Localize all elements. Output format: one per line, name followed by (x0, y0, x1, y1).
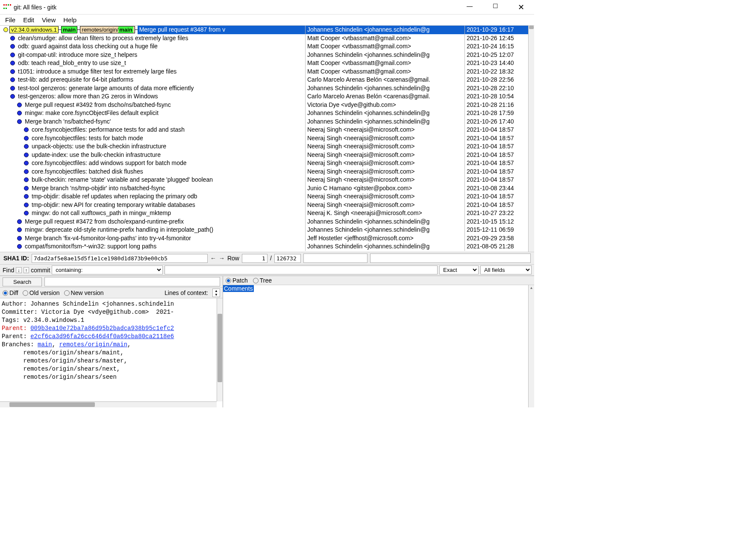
menu-edit[interactable]: Edit (23, 16, 34, 24)
find-up-icon[interactable]: ↑ (24, 267, 29, 273)
row-current-input[interactable] (242, 254, 268, 263)
commit-row[interactable]: unpack-objects: use the bulk-checkin inf… (0, 142, 528, 151)
titlebar: git: All files - gitk — ☐ ✕ (0, 0, 534, 15)
lower-panes: Search Diff Old version New version Line… (0, 276, 534, 407)
detail-pane: Search Diff Old version New version Line… (0, 276, 223, 407)
commit-row[interactable]: Merge branch 'ns/batched-fsync'Johannes … (0, 118, 528, 126)
loc-label: Lines of context: (165, 289, 208, 296)
detail-scrollbar-h[interactable] (0, 401, 217, 407)
commit-row[interactable]: mingw: make core.fsyncObjectFiles defaul… (0, 109, 528, 118)
detail-scrollbar-v[interactable] (217, 298, 223, 401)
commit-detail[interactable]: Author: Johannes Schindelin <johannes.sc… (0, 298, 223, 407)
search-button[interactable]: Search (3, 277, 42, 286)
menu-help[interactable]: Help (63, 16, 76, 24)
commit-row[interactable]: test-genzeros: allow more than 2G zeros … (0, 92, 528, 101)
commit-row[interactable]: update-index: use the bulk-checkin infra… (0, 151, 528, 159)
find-fields-select[interactable]: All fields (480, 265, 532, 274)
search-input[interactable] (44, 277, 220, 286)
find-down-icon[interactable]: ↓ (16, 267, 22, 273)
commit-row[interactable]: git-compat-util: introduce more size_t h… (0, 51, 528, 59)
parent1-link[interactable]: 009b3ea10e72ba7a86d95b2badca938b95c1efc2 (30, 325, 174, 332)
branch-remote-link[interactable]: remotes/origin/main (59, 341, 127, 348)
radio-diff[interactable]: Diff (3, 289, 18, 296)
progress-box (303, 253, 368, 263)
radio-new[interactable]: New version (64, 289, 104, 296)
commit-row[interactable]: core.fsyncobjectfiles: batched disk flus… (0, 168, 528, 176)
history-scrollbar[interactable] (528, 26, 534, 252)
maximize-icon[interactable]: ☐ (489, 3, 502, 12)
find-bar: Find ↓ ↑ commit containing: Exact All fi… (0, 265, 534, 276)
commit-row[interactable]: core.fsyncobjectfiles: performance tests… (0, 126, 528, 134)
find-exact-select[interactable]: Exact (439, 265, 479, 274)
commit-row[interactable]: Merge branch 'ns/tmp-objdir' into ns/bat… (0, 184, 528, 193)
radio-old[interactable]: Old version (23, 289, 60, 296)
find-mode-select[interactable]: containing: (52, 265, 163, 274)
commit-row[interactable]: Merge pull request #3472 from dscho/expa… (0, 218, 528, 226)
commit-row[interactable]: tmp-objdir: disable ref updates when rep… (0, 192, 528, 201)
loc-spinner[interactable]: ▲▼ (212, 289, 220, 297)
commit-row[interactable]: Merge pull request #3492 from dscho/ns/b… (0, 101, 528, 109)
commit-row[interactable]: odb: teach read_blob_entry to use size_t… (0, 59, 528, 68)
comments-item[interactable]: Comments (223, 285, 254, 292)
branch-main-link[interactable]: main (38, 341, 52, 348)
radio-patch[interactable]: Patch (226, 277, 248, 284)
nav-next-icon[interactable]: → (219, 255, 225, 262)
commit-row[interactable]: compat/fsmonitor/fsm-*-win32: support lo… (0, 242, 528, 251)
commit-row[interactable]: clean/smudge: allow clean filters to pro… (0, 34, 528, 43)
menu-file[interactable]: File (5, 16, 15, 24)
row-label: Row (227, 255, 239, 262)
close-icon[interactable]: ✕ (514, 3, 527, 12)
commit-row[interactable]: core.fsyncobjectfiles: tests for batch m… (0, 134, 528, 143)
commit-row[interactable]: bulk-checkin: rename 'state' variable an… (0, 176, 528, 184)
menu-view[interactable]: View (42, 16, 56, 24)
commit-row[interactable]: mingw: do not call xutftowcs_path in min… (0, 209, 528, 218)
file-pane: Patch Tree Comments ▴ (223, 276, 534, 407)
find-input[interactable] (165, 265, 438, 274)
sha-bar: SHA1 ID: ← → Row / (0, 252, 534, 265)
commit-row[interactable]: tmp-objdir: new API for creating tempora… (0, 201, 528, 209)
commit-row[interactable]: mingw: deprecate old-style runtime-prefi… (0, 226, 528, 234)
file-scrollbar[interactable]: ▴ (528, 285, 534, 407)
menubar: File Edit View Help (0, 15, 534, 25)
commit-history[interactable]: v2.34.0.windows.1mainremotes/origin/main… (0, 25, 534, 252)
commit-row[interactable]: t1051: introduce a smudge filter test fo… (0, 68, 528, 76)
file-list[interactable]: Comments ▴ (223, 285, 534, 407)
sha-label: SHA1 ID: (3, 255, 29, 262)
parent2-link[interactable]: e2cf6ca3d96fa26cc646d4f0a69cba80ca2118e6 (30, 333, 174, 340)
find-label: Find (3, 267, 14, 274)
commit-row[interactable]: v2.34.0.windows.1mainremotes/origin/main… (0, 26, 528, 34)
commit-row[interactable]: core.fsyncobjectfiles: add windows suppo… (0, 159, 528, 168)
minimize-icon[interactable]: — (463, 3, 476, 12)
app-icon (3, 4, 11, 10)
nav-prev-icon[interactable]: ← (210, 255, 216, 262)
commit-row[interactable]: Merge branch 'fix-v4-fsmonitor-long-path… (0, 234, 528, 243)
row-total (274, 254, 301, 263)
commit-row[interactable]: test-tool genzeros: generate large amoun… (0, 84, 528, 93)
status-box (370, 253, 531, 263)
commit-row[interactable]: test-lib: add prerequisite for 64-bit pl… (0, 76, 528, 84)
window-title: git: All files - gitk (14, 4, 56, 11)
sha-input[interactable] (32, 254, 208, 263)
find-kind: commit (31, 267, 50, 274)
radio-tree[interactable]: Tree (253, 277, 272, 284)
commit-row[interactable]: odb: guard against data loss checking ou… (0, 42, 528, 51)
